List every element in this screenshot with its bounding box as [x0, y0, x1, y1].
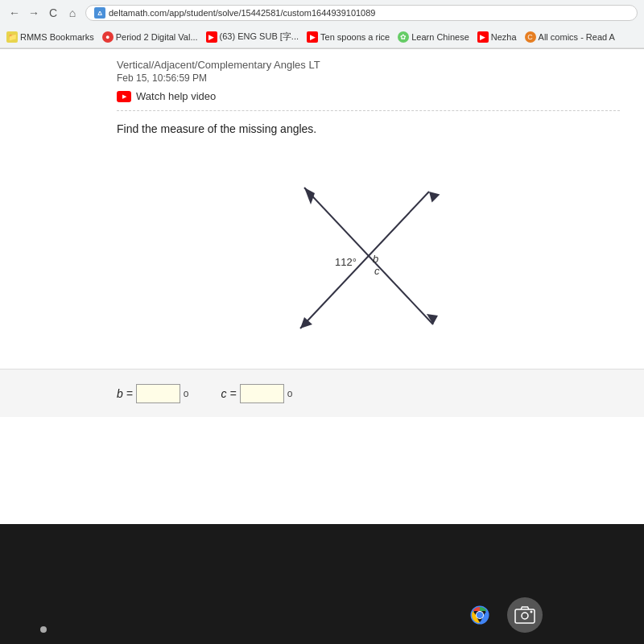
youtube-icon: ▶	[206, 31, 217, 43]
chrome-svg	[465, 601, 494, 630]
taskbar-dot	[40, 626, 47, 633]
bookmark-label: Period 2 Digital Val...	[116, 32, 198, 42]
learn-icon: ✿	[398, 31, 409, 43]
page-title: Vertical/Adjacent/Complementary Angles L…	[117, 59, 620, 71]
svg-marker-3	[304, 188, 315, 204]
bookmark-learn-chinese[interactable]: ✿ Learn Chinese	[398, 31, 469, 43]
c-input-group: c = o	[221, 384, 293, 403]
c-label: c =	[221, 387, 237, 400]
timestamp: Feb 15, 10:56:59 PM	[117, 72, 620, 84]
folder-icon: 📁	[6, 31, 18, 43]
taskbar	[0, 586, 644, 644]
divider	[117, 110, 620, 111]
bookmark-rmms[interactable]: 📁 RMMS Bookmarks	[6, 31, 94, 43]
svg-point-14	[522, 613, 528, 619]
svg-line-0	[300, 192, 429, 328]
site-favicon: Δ	[94, 7, 105, 19]
b-input-group: b = o	[117, 384, 189, 403]
watch-help-label: Watch help video	[136, 90, 216, 102]
bookmark-period2[interactable]: ● Period 2 Digital Val...	[102, 31, 198, 43]
c-input[interactable]	[240, 384, 284, 403]
svg-point-12	[477, 612, 483, 618]
comics-icon: C	[525, 31, 536, 43]
input-area: b = o c = o	[0, 369, 644, 417]
svg-marker-5	[300, 317, 312, 328]
bookmarks-bar: 📁 RMMS Bookmarks ● Period 2 Digital Val.…	[0, 26, 644, 48]
page-content: Vertical/Adjacent/Complementary Angles L…	[0, 49, 644, 524]
svg-point-15	[530, 611, 533, 613]
angle-diagram: 112° b c	[117, 151, 620, 353]
url-text: deltamath.com/app/student/solve/15442581…	[109, 8, 375, 18]
b-input[interactable]	[136, 384, 180, 403]
bookmark-ten-spoons[interactable]: ▶ Ten spoons a rice	[307, 31, 390, 43]
svg-text:112°: 112°	[335, 256, 357, 268]
svg-marker-1	[425, 188, 440, 202]
camera-svg	[514, 606, 535, 624]
home-button[interactable]: ⌂	[64, 5, 80, 21]
problem-statement: Find the measure of the missing angles.	[117, 122, 620, 135]
bookmark-label: RMMS Bookmarks	[20, 32, 94, 42]
youtube-play-icon	[117, 91, 131, 102]
reload-button[interactable]: C	[45, 5, 61, 21]
bookmark-eng-sub[interactable]: ▶ (63) ENG SUB [字...	[206, 31, 299, 43]
bookmark-nezha[interactable]: ▶ Nezha	[477, 31, 517, 43]
bookmark-label: All comics - Read A	[539, 32, 615, 42]
youtube-icon: ▶	[477, 31, 489, 43]
address-box[interactable]: Δ deltamath.com/app/student/solve/154425…	[85, 5, 638, 21]
nav-buttons: ← → C ⌂	[6, 5, 80, 21]
period2-icon: ●	[102, 31, 114, 43]
camera-taskbar-icon[interactable]	[507, 597, 543, 633]
svg-text:c: c	[374, 265, 380, 277]
angles-svg: 112° b c	[240, 151, 497, 353]
forward-button[interactable]: →	[26, 5, 42, 21]
page-inner: Vertical/Adjacent/Complementary Angles L…	[0, 49, 644, 353]
browser-chrome: ← → C ⌂ Δ deltamath.com/app/student/solv…	[0, 0, 644, 49]
bookmark-label: Nezha	[491, 32, 517, 42]
youtube-icon: ▶	[307, 31, 318, 43]
chrome-taskbar-icon[interactable]	[462, 597, 497, 633]
bookmark-label: Learn Chinese	[411, 32, 469, 42]
back-button[interactable]: ←	[6, 5, 23, 21]
c-degree-symbol: o	[287, 388, 293, 399]
address-bar-row: ← → C ⌂ Δ deltamath.com/app/student/solv…	[0, 0, 644, 26]
bookmark-label: (63) ENG SUB [字...	[220, 31, 299, 43]
watch-help-link[interactable]: Watch help video	[117, 90, 620, 102]
b-label: b =	[117, 387, 133, 400]
svg-text:b: b	[373, 253, 378, 265]
bookmark-label: Ten spoons a rice	[320, 32, 390, 42]
b-degree-symbol: o	[184, 388, 189, 399]
bookmark-all-comics[interactable]: C All comics - Read A	[525, 31, 615, 43]
